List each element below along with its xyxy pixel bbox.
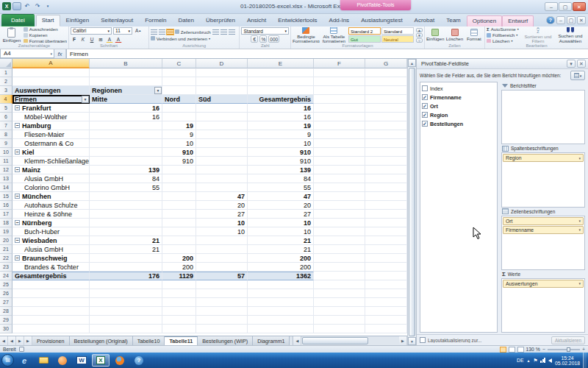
- cell-A14[interactable]: Colorino GmbH: [12, 183, 90, 192]
- cell-G3[interactable]: [365, 86, 407, 95]
- wrap-text-button[interactable]: Zeilenumbruch: [175, 29, 211, 35]
- fill-color-button[interactable]: A: [106, 36, 113, 43]
- cell-D24[interactable]: 57: [196, 272, 248, 280]
- cell-G22[interactable]: [365, 254, 407, 263]
- sheet-tab-provisionen[interactable]: Provisionen: [32, 336, 70, 345]
- bold-button[interactable]: F: [71, 36, 78, 43]
- field-item-bestellungen[interactable]: ✓Bestellungen: [422, 119, 495, 128]
- cell-D16[interactable]: 20: [196, 201, 248, 210]
- row-header-2[interactable]: 2: [0, 77, 12, 86]
- insert-function-button[interactable]: fx: [54, 49, 66, 58]
- cell-E9[interactable]: 10: [248, 139, 314, 148]
- cell-A18[interactable]: −Nürnberg: [12, 219, 90, 227]
- row-header-21[interactable]: 21: [0, 245, 12, 254]
- borders-button[interactable]: ⊞: [97, 36, 104, 43]
- cell-D13[interactable]: [196, 174, 248, 183]
- cell-G16[interactable]: [365, 201, 407, 210]
- cell-F15[interactable]: [314, 192, 365, 201]
- pill-dropdown-icon[interactable]: ▾: [578, 219, 581, 223]
- cell-F25[interactable]: [314, 280, 365, 289]
- font-name-select[interactable]: Calibri▾: [71, 27, 112, 35]
- selected-cell-A4[interactable]: Firmen▼: [12, 95, 90, 104]
- flag-icon[interactable]: ⚑: [533, 358, 537, 364]
- ribbon-tab-add-ins[interactable]: Add-Ins: [323, 15, 356, 26]
- row-header-19[interactable]: 19: [0, 227, 12, 236]
- field-pill-auswertungen[interactable]: Auswertungen▾: [503, 280, 584, 288]
- font-size-select[interactable]: 11▾: [113, 27, 132, 35]
- style-chip-gut[interactable]: Gut: [348, 35, 381, 43]
- cell-B1[interactable]: [90, 68, 162, 77]
- cell-E14[interactable]: 55: [248, 183, 314, 192]
- close-button[interactable]: ✕: [573, 2, 586, 11]
- row-header-29[interactable]: 29: [0, 316, 12, 325]
- zoom-in-icon[interactable]: +: [582, 347, 585, 352]
- taskbar-icon-internet-explorer[interactable]: e: [15, 354, 33, 367]
- cell-D14[interactable]: [196, 183, 248, 192]
- cell-A8[interactable]: Fliesen-Maier: [12, 130, 90, 139]
- cell-B15[interactable]: [90, 192, 162, 201]
- column-header-e[interactable]: E: [248, 59, 314, 68]
- field-checkbox[interactable]: ✓: [422, 103, 428, 109]
- pane-title-bar[interactable]: PivotTable-Feldliste ▾ ✕: [417, 59, 588, 69]
- cell-D22[interactable]: [196, 254, 248, 263]
- cell-E30[interactable]: [248, 325, 314, 333]
- row-header-11[interactable]: 11: [0, 157, 12, 166]
- field-pill-ort[interactable]: Ort▾: [503, 217, 584, 225]
- cell-A2[interactable]: [12, 77, 90, 86]
- start-button[interactable]: ⊞: [1, 354, 14, 367]
- column-header-b[interactable]: B: [90, 59, 162, 68]
- hscroll-thumb[interactable]: [302, 337, 368, 344]
- ribbon-tab-entwurf[interactable]: Entwurf: [502, 15, 534, 26]
- cell-A27[interactable]: [12, 298, 90, 307]
- cell-D3[interactable]: [196, 86, 248, 95]
- align-bottom-icon[interactable]: [167, 29, 173, 35]
- cell-E3[interactable]: [248, 86, 314, 95]
- cell-D21[interactable]: [196, 245, 248, 254]
- qat-customize-icon[interactable]: ▾: [43, 2, 52, 10]
- cell-G5[interactable]: [365, 104, 407, 113]
- cell-F16[interactable]: [314, 201, 365, 210]
- cell-D7[interactable]: [196, 121, 248, 130]
- cell-G24[interactable]: [365, 272, 407, 280]
- cell-A1[interactable]: [12, 68, 90, 77]
- taskbar-icon-firefox[interactable]: [111, 354, 129, 367]
- cell-A12[interactable]: −Mainz: [12, 166, 90, 174]
- find-select-button[interactable]: Suchen und Auswählen: [554, 27, 587, 43]
- field-pill-firmenname[interactable]: Firmenname▾: [503, 226, 584, 234]
- first-sheet-icon[interactable]: ◀: [0, 336, 8, 345]
- sheet-tab-tabelle10[interactable]: Tabelle10: [133, 336, 165, 345]
- next-sheet-icon[interactable]: ▶: [16, 336, 24, 345]
- cell-E29[interactable]: [248, 316, 314, 325]
- cell-E13[interactable]: 84: [248, 174, 314, 183]
- doc-close-icon[interactable]: ✕: [577, 16, 586, 24]
- cell-C16[interactable]: [162, 201, 196, 210]
- cell-G17[interactable]: [365, 210, 407, 219]
- cell-B27[interactable]: [90, 298, 162, 307]
- cell-F13[interactable]: [314, 174, 365, 183]
- macro-record-icon[interactable]: [19, 347, 24, 352]
- cell-B22[interactable]: [90, 254, 162, 263]
- cell-B21[interactable]: 21: [90, 245, 162, 254]
- normal-view-icon[interactable]: [500, 347, 506, 353]
- cell-G11[interactable]: [365, 157, 407, 166]
- cell-D8[interactable]: [196, 130, 248, 139]
- currency-button[interactable]: €: [251, 35, 258, 43]
- ribbon-tab-optionen[interactable]: Optionen: [467, 15, 502, 26]
- formula-input[interactable]: Firmen: [66, 49, 588, 58]
- ribbon-tab-ansicht[interactable]: Ansicht: [241, 15, 272, 26]
- cell-G20[interactable]: [365, 236, 407, 245]
- thousands-button[interactable]: 000: [268, 35, 279, 43]
- cell-A24[interactable]: Gesamtergebnis: [12, 272, 90, 280]
- cell-B10[interactable]: [90, 148, 162, 157]
- cell-F12[interactable]: [314, 166, 365, 174]
- cell-F1[interactable]: [314, 68, 365, 77]
- cell-B3[interactable]: Regionen▼: [90, 86, 162, 95]
- cell-C30[interactable]: [162, 325, 196, 333]
- cell-E17[interactable]: 27: [248, 210, 314, 219]
- defer-layout-checkbox[interactable]: [420, 337, 426, 343]
- cell-G14[interactable]: [365, 183, 407, 192]
- ribbon-tab-datei[interactable]: Datei: [1, 14, 35, 26]
- row-header-18[interactable]: 18: [0, 219, 12, 227]
- cell-C15[interactable]: [162, 192, 196, 201]
- cell-G13[interactable]: [365, 174, 407, 183]
